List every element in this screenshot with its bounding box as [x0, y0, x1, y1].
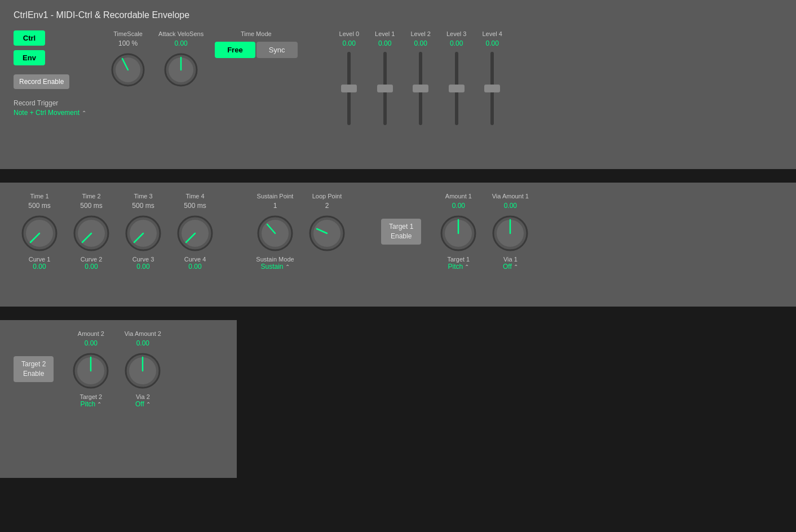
bot-row: Target 2 Enable Amount 2 0.00 Target 2 P…: [14, 330, 223, 408]
timescale-group: TimeScale 100 %: [109, 30, 147, 89]
time2-group: Time 2 500 ms Curve 2 0.00: [71, 193, 112, 271]
timescale-knob[interactable]: [109, 51, 147, 89]
via1-label: Via 1: [503, 256, 518, 263]
via-amount2-value: 0.00: [136, 339, 149, 347]
curve3-label: Curve 3: [132, 256, 154, 263]
time4-value: 500 ms: [184, 202, 206, 210]
mid-panel: Time 1 500 ms Curve 1 0.00 Time 2 500 ms: [0, 183, 796, 307]
amount1-group: Amount 1 0.00 Target 1 Pitch ⌃: [438, 193, 479, 271]
level4-track[interactable]: [490, 52, 494, 125]
target1-value[interactable]: Pitch: [448, 263, 463, 271]
level0-thumb[interactable]: [341, 85, 357, 92]
top-panel: CtrlEnv1 - MIDI-Ctrl & Recordable Envelo…: [0, 0, 796, 169]
level2-track[interactable]: [419, 52, 422, 125]
level4-thumb[interactable]: [484, 85, 500, 92]
attack-velo-group: Attack VeloSens 0.00: [158, 30, 204, 89]
level0-value: 0.00: [343, 39, 356, 47]
time-mode-buttons: Free Sync: [215, 42, 297, 58]
amount1-value: 0.00: [452, 202, 465, 210]
sustain-mode-label: Sustain Mode: [256, 256, 294, 263]
loop-point-label: Loop Point: [312, 193, 342, 200]
level2-fader: Level 2 0.00: [411, 30, 431, 125]
target2-enable-button[interactable]: Target 2 Enable: [14, 356, 54, 382]
level4-value: 0.00: [486, 39, 499, 47]
sustain-point-knob[interactable]: [255, 213, 295, 254]
level1-track[interactable]: [383, 52, 387, 125]
via-amount1-value: 0.00: [504, 202, 517, 210]
separator-2: [0, 307, 796, 313]
timescale-value: 100 %: [118, 39, 138, 47]
via2-arrow: ⌃: [146, 401, 151, 407]
target2-arrow: ⌃: [97, 401, 101, 407]
level2-value: 0.00: [414, 39, 427, 47]
via2-value[interactable]: Off: [135, 400, 144, 408]
level0-label: Level 0: [339, 30, 359, 37]
time1-knob[interactable]: [19, 213, 60, 254]
amount1-knob[interactable]: [438, 213, 479, 254]
level1-value: 0.00: [378, 39, 391, 47]
amount2-knob[interactable]: [70, 351, 111, 391]
level1-fader: Level 1 0.00: [375, 30, 395, 125]
loop-point-knob[interactable]: [307, 213, 347, 254]
time4-knob[interactable]: [175, 213, 215, 254]
curve4-label: Curve 4: [184, 256, 206, 263]
level3-fader: Level 3 0.00: [446, 30, 466, 125]
level1-label: Level 1: [375, 30, 395, 37]
via-amount1-label: Via Amount 1: [492, 193, 529, 200]
level3-label: Level 3: [446, 30, 466, 37]
level3-track[interactable]: [455, 52, 458, 125]
record-enable-button[interactable]: Record Enable: [14, 74, 69, 89]
level1-thumb[interactable]: [377, 85, 393, 92]
env-button[interactable]: Env: [14, 50, 45, 65]
target2-enable-section: Target 2 Enable: [14, 356, 54, 382]
via-amount2-group: Via Amount 2 0.00 Via 2 Off ⌃: [122, 330, 163, 408]
bot-panel: Target 2 Enable Amount 2 0.00 Target 2 P…: [0, 320, 237, 478]
time3-knob[interactable]: [123, 213, 163, 254]
time3-label: Time 3: [134, 193, 152, 200]
via-amount1-knob[interactable]: [490, 213, 530, 254]
ctrl-button[interactable]: Ctrl: [14, 30, 45, 46]
level0-track[interactable]: [347, 52, 351, 125]
via1-value[interactable]: Off: [503, 263, 512, 271]
sustain-mode-arrow: ⌃: [285, 264, 290, 270]
level3-thumb[interactable]: [449, 85, 465, 92]
sync-button[interactable]: Sync: [257, 42, 298, 58]
sustain-point-group: Sustain Point 1 Sustain Mode Sustain ⌃: [255, 193, 295, 271]
time4-group: Time 4 500 ms Curve 4 0.00: [175, 193, 215, 271]
via-amount2-knob[interactable]: [122, 351, 163, 391]
level0-fader: Level 0 0.00: [339, 30, 359, 125]
record-trigger-group: Record Trigger Note + Ctrl Movement ⌃: [14, 99, 86, 117]
record-trigger-label: Record Trigger: [14, 99, 86, 107]
time4-label: Time 4: [185, 193, 204, 200]
target1-enable-button[interactable]: Target 1 Enable: [381, 219, 421, 245]
time2-value: 500 ms: [80, 202, 102, 210]
via1-arrow: ⌃: [514, 264, 518, 270]
amount1-label: Amount 1: [445, 193, 472, 200]
attack-velo-knob[interactable]: [162, 51, 200, 89]
level2-label: Level 2: [411, 30, 431, 37]
timescale-label: TimeScale: [113, 30, 143, 37]
record-trigger-value[interactable]: Note + Ctrl Movement ⌃: [14, 109, 86, 117]
target1-section: Target 1 Enable: [381, 219, 421, 245]
time1-value: 500 ms: [28, 202, 50, 210]
plugin-title: CtrlEnv1 - MIDI-Ctrl & Recordable Envelo…: [14, 10, 782, 20]
time-curve-groups: Time 1 500 ms Curve 1 0.00 Time 2 500 ms: [14, 193, 221, 271]
curve1-label: Curve 1: [29, 256, 51, 263]
time2-label: Time 2: [82, 193, 100, 200]
level3-value: 0.00: [450, 39, 463, 47]
separator-1: [0, 169, 796, 176]
sustain-mode-value[interactable]: Sustain: [260, 263, 283, 271]
target2-label: Target 2: [79, 393, 102, 400]
via-amount2-label: Via Amount 2: [125, 330, 161, 337]
loop-point-group: Loop Point 2: [307, 193, 347, 271]
level-faders: Level 0 0.00 Level 1 0.00 Level 2 0.00: [331, 30, 510, 125]
free-button[interactable]: Free: [215, 42, 255, 58]
time-mode-group: Time Mode Free Sync: [215, 30, 297, 58]
target2-value[interactable]: Pitch: [81, 400, 96, 408]
target1-arrow: ⌃: [465, 264, 469, 270]
time2-knob[interactable]: [71, 213, 112, 254]
curve3-value: 0.00: [136, 263, 149, 271]
time-mode-label: Time Mode: [241, 30, 272, 37]
level2-thumb[interactable]: [413, 85, 428, 92]
attack-velo-label: Attack VeloSens: [158, 30, 204, 37]
